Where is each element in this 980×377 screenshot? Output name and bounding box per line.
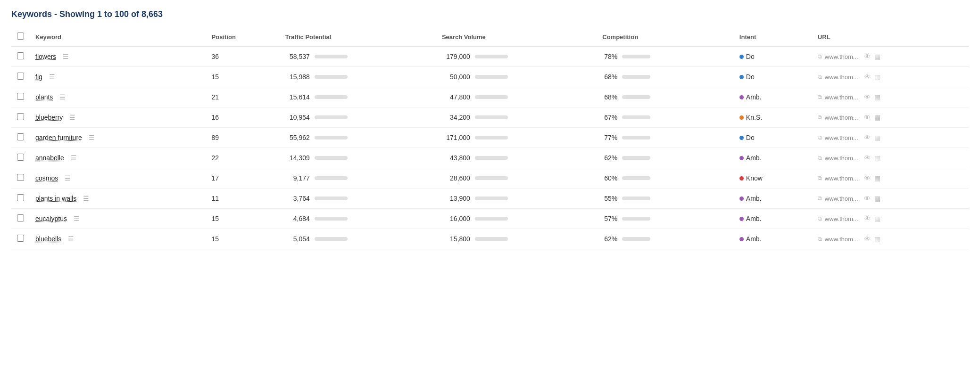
intent-dot xyxy=(739,156,744,160)
chart-icon[interactable]: ▦ xyxy=(874,195,880,202)
url-cell: ⧉ www.thom... 👁 ▦ xyxy=(812,209,969,229)
search-num: 28,600 xyxy=(442,174,470,182)
traffic-num: 9,177 xyxy=(285,174,310,182)
external-link-icon[interactable]: ⧉ xyxy=(818,134,822,141)
row-checkbox[interactable] xyxy=(17,133,24,140)
eye-icon[interactable]: 👁 xyxy=(864,114,871,121)
chart-icon[interactable]: ▦ xyxy=(874,53,880,60)
traffic-cell: 9,177 xyxy=(280,168,436,188)
search-cell: 179,000 xyxy=(436,46,597,67)
eye-icon[interactable]: 👁 xyxy=(864,174,871,182)
row-checkbox[interactable] xyxy=(17,93,24,100)
chart-icon[interactable]: ▦ xyxy=(874,154,880,162)
url-cell: ⧉ www.thom... 👁 ▦ xyxy=(812,188,969,209)
traffic-num: 4,684 xyxy=(285,215,310,222)
intent-cell: Amb. xyxy=(734,87,812,107)
header-url: URL xyxy=(812,28,969,46)
search-cell: 16,000 xyxy=(436,209,597,229)
keyword-link[interactable]: bluebells xyxy=(35,235,61,243)
traffic-bar-container xyxy=(315,217,348,221)
eye-icon[interactable]: 👁 xyxy=(864,235,871,243)
traffic-num: 5,054 xyxy=(285,235,310,243)
external-link-icon[interactable]: ⧉ xyxy=(818,175,822,181)
row-checkbox[interactable] xyxy=(17,235,24,242)
intent-label: Do xyxy=(746,53,755,60)
list-icon[interactable]: ☰ xyxy=(65,174,71,182)
eye-icon[interactable]: 👁 xyxy=(864,215,871,222)
keyword-link[interactable]: flowers xyxy=(35,53,56,60)
external-link-icon[interactable]: ⧉ xyxy=(818,74,822,80)
competition-cell: 57% xyxy=(597,209,734,229)
chart-icon[interactable]: ▦ xyxy=(874,93,880,101)
traffic-cell: 5,054 xyxy=(280,229,436,249)
comp-pct: 77% xyxy=(602,134,617,141)
keyword-link[interactable]: eucalyptus xyxy=(35,215,67,222)
chart-icon[interactable]: ▦ xyxy=(874,73,880,81)
list-icon[interactable]: ☰ xyxy=(69,114,75,121)
table-row: cosmos ☰ 17 9,177 28,600 60% xyxy=(11,168,969,188)
competition-cell: 68% xyxy=(597,67,734,87)
search-num: 16,000 xyxy=(442,215,470,222)
external-link-icon[interactable]: ⧉ xyxy=(818,53,822,60)
comp-pct: 68% xyxy=(602,73,617,81)
list-icon[interactable]: ☰ xyxy=(89,134,95,141)
external-link-icon[interactable]: ⧉ xyxy=(818,195,822,202)
list-icon[interactable]: ☰ xyxy=(68,235,74,243)
eye-icon[interactable]: 👁 xyxy=(864,53,871,60)
chart-icon[interactable]: ▦ xyxy=(874,114,880,121)
position-cell: 15 xyxy=(206,229,280,249)
keyword-link[interactable]: garden furniture xyxy=(35,134,82,141)
keyword-link[interactable]: plants in walls xyxy=(35,195,76,202)
chart-icon[interactable]: ▦ xyxy=(874,215,880,222)
row-checkbox[interactable] xyxy=(17,73,24,80)
intent-label: Amb. xyxy=(746,154,762,162)
list-icon[interactable]: ☰ xyxy=(83,195,89,202)
eye-icon[interactable]: 👁 xyxy=(864,73,871,81)
list-icon[interactable]: ☰ xyxy=(49,73,55,81)
keyword-link[interactable]: annabelle xyxy=(35,154,64,162)
row-checkbox[interactable] xyxy=(17,52,24,59)
external-link-icon[interactable]: ⧉ xyxy=(818,236,822,242)
row-checkbox-cell xyxy=(11,168,30,188)
row-checkbox[interactable] xyxy=(17,174,24,181)
intent-dot xyxy=(739,237,744,241)
eye-icon[interactable]: 👁 xyxy=(864,154,871,162)
chart-icon[interactable]: ▦ xyxy=(874,235,880,243)
eye-icon[interactable]: 👁 xyxy=(864,93,871,101)
list-icon[interactable]: ☰ xyxy=(74,215,80,222)
row-checkbox[interactable] xyxy=(17,194,24,201)
keyword-link[interactable]: fig xyxy=(35,73,42,81)
row-checkbox-cell xyxy=(11,46,30,67)
keyword-link[interactable]: cosmos xyxy=(35,174,58,182)
chart-icon[interactable]: ▦ xyxy=(874,134,880,141)
external-link-icon[interactable]: ⧉ xyxy=(818,155,822,161)
list-icon[interactable]: ☰ xyxy=(71,154,77,162)
keyword-link[interactable]: blueberry xyxy=(35,114,63,121)
action-icons: 👁 ▦ xyxy=(864,93,880,101)
row-checkbox[interactable] xyxy=(17,154,24,161)
row-checkbox[interactable] xyxy=(17,214,24,221)
list-icon[interactable]: ☰ xyxy=(59,93,66,101)
chart-icon[interactable]: ▦ xyxy=(874,174,880,182)
comp-pct: 55% xyxy=(602,195,617,202)
row-checkbox-cell xyxy=(11,148,30,168)
keyword-link[interactable]: plants xyxy=(35,93,53,101)
traffic-cell: 55,962 xyxy=(280,128,436,148)
list-icon[interactable]: ☰ xyxy=(63,53,69,60)
action-icons: 👁 ▦ xyxy=(864,154,880,162)
table-row: garden furniture ☰ 89 55,962 171,000 xyxy=(11,128,969,148)
external-link-icon[interactable]: ⧉ xyxy=(818,114,822,121)
comp-bar-container xyxy=(622,95,650,99)
external-link-icon[interactable]: ⧉ xyxy=(818,94,822,100)
eye-icon[interactable]: 👁 xyxy=(864,195,871,202)
header-search: Search Volume xyxy=(436,28,597,46)
traffic-cell: 4,684 xyxy=(280,209,436,229)
url-text: www.thom... xyxy=(825,134,858,141)
comp-bar-container xyxy=(622,55,650,58)
position-cell: 17 xyxy=(206,168,280,188)
select-all-checkbox[interactable] xyxy=(17,33,24,40)
intent-label: Amb. xyxy=(746,215,762,222)
eye-icon[interactable]: 👁 xyxy=(864,134,871,141)
row-checkbox[interactable] xyxy=(17,113,24,120)
external-link-icon[interactable]: ⧉ xyxy=(818,215,822,222)
